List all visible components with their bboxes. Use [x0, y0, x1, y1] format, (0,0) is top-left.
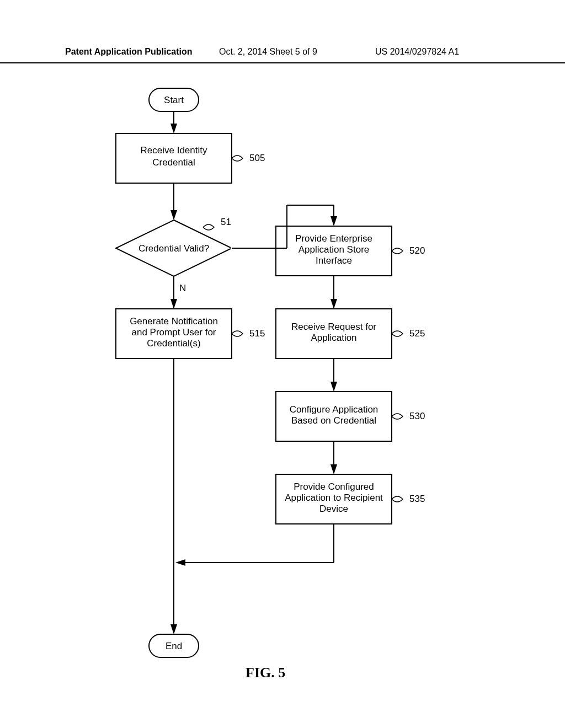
end-label: End — [166, 641, 182, 651]
node-520-line3: Interface — [316, 255, 352, 266]
leader-535 — [392, 496, 403, 502]
figure-caption: FIG. 5 — [246, 665, 285, 681]
node-510-label: Credential Valid? — [138, 243, 209, 254]
header-date-sheet: Oct. 2, 2014 Sheet 5 of 9 — [219, 47, 317, 57]
page-header: Patent Application Publication Oct. 2, 2… — [0, 47, 565, 63]
node-535-line1: Provide Configured — [294, 481, 374, 492]
leader-520 — [392, 248, 403, 254]
node-505-line1: Receive Identity — [141, 145, 207, 156]
ref-505: 505 — [249, 153, 265, 163]
leader-505 — [232, 156, 243, 161]
start-label: Start — [164, 95, 184, 105]
node-535-line2: Application to Recipient — [285, 493, 383, 503]
node-520-line2: Application Store — [299, 244, 370, 255]
node-525-line2: Application — [311, 333, 356, 343]
header-application-number: US 2014/0297824 A1 — [375, 47, 459, 57]
leader-530 — [392, 414, 403, 419]
node-505-line2: Credential — [152, 157, 195, 168]
branch-n: N — [179, 283, 186, 293]
node-530-line2: Based on Credential — [291, 415, 376, 426]
ref-530: 530 — [409, 411, 425, 421]
node-515-line1: Generate Notification — [130, 316, 218, 326]
node-520-line1: Provide Enterprise — [295, 233, 372, 244]
ref-520: 520 — [409, 245, 425, 256]
leader-525 — [392, 331, 403, 336]
node-530-line1: Configure Application — [290, 404, 379, 415]
flowchart-diagram: Start Receive Identity Credential 505 Cr… — [66, 83, 486, 684]
leader-515 — [232, 331, 243, 336]
ref-535: 535 — [409, 494, 425, 504]
node-535-line3: Device — [319, 504, 348, 514]
node-525-line1: Receive Request for — [291, 322, 376, 332]
ref-515: 515 — [249, 328, 265, 339]
header-publication: Patent Application Publication — [65, 47, 193, 57]
node-515-line3: Credential(s) — [147, 338, 200, 349]
node-515-line2: and Prompt User for — [131, 327, 216, 338]
leader-510 — [203, 224, 214, 230]
ref-525: 525 — [409, 328, 425, 339]
